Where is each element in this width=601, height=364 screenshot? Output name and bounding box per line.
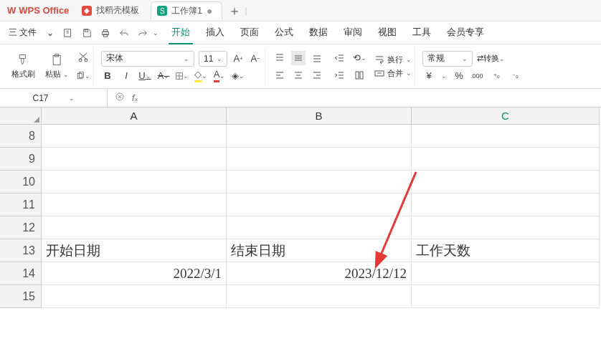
tab-tools[interactable]: 工具	[410, 21, 434, 44]
col-header-c[interactable]: C	[412, 107, 600, 125]
font-size-up-icon[interactable]: A+	[232, 52, 245, 65]
font-size-select[interactable]: 11⌄	[199, 51, 227, 67]
cell[interactable]	[412, 125, 600, 148]
tab-formula[interactable]: 公式	[272, 21, 296, 44]
dec-inc-button[interactable]: ⁺₀	[490, 70, 503, 82]
cell[interactable]: 2022/3/1	[42, 262, 227, 285]
cell[interactable]	[412, 171, 600, 193]
copy-icon[interactable]: ⌄	[76, 69, 90, 83]
row-header[interactable]: 8	[0, 125, 42, 148]
cell[interactable]	[42, 125, 227, 148]
font-size-down-icon[interactable]: A−	[249, 52, 262, 65]
file-menu[interactable]: 三 文件	[4, 24, 41, 42]
thousand-button[interactable]: 000	[471, 70, 484, 82]
cell[interactable]	[42, 285, 227, 308]
cell[interactable]	[227, 285, 412, 308]
wrap-button[interactable]: 换行⌄	[374, 54, 412, 65]
cell[interactable]	[412, 285, 600, 308]
cell[interactable]	[412, 262, 600, 285]
redo-icon[interactable]	[134, 24, 151, 42]
align-middle-icon[interactable]	[291, 51, 306, 65]
tab-view[interactable]: 视图	[375, 21, 399, 44]
row-header[interactable]: 11	[0, 193, 42, 216]
tab-workbook[interactable]: S 工作簿1 ●	[151, 1, 222, 20]
name-box[interactable]: C17 ⌄	[0, 89, 108, 107]
dec-dec-button[interactable]: ⁻₀	[508, 70, 521, 82]
row-header[interactable]: 15	[0, 285, 42, 308]
paste-label: 粘贴 ⌄	[45, 69, 69, 80]
align-bottom-icon[interactable]	[310, 51, 324, 65]
row-header[interactable]: 9	[0, 148, 42, 171]
undo-icon[interactable]	[115, 24, 133, 42]
orientation-icon[interactable]: ⟲⌄	[353, 52, 366, 64]
col-header-a[interactable]: A	[42, 107, 227, 125]
distribute-icon[interactable]	[353, 69, 366, 82]
format-brush-button[interactable]: 格式刷	[9, 52, 38, 81]
cell[interactable]: 开始日期	[42, 239, 227, 262]
strike-button[interactable]: A⌄	[157, 70, 170, 82]
cell[interactable]	[42, 148, 227, 171]
row-header[interactable]: 12	[0, 216, 42, 239]
cell[interactable]	[227, 193, 412, 216]
indent-dec-icon[interactable]	[333, 52, 346, 64]
row-header[interactable]: 10	[0, 171, 42, 193]
cell[interactable]	[227, 148, 412, 171]
align-top-icon[interactable]	[273, 51, 287, 65]
new-tab-button[interactable]: ＋	[228, 2, 241, 19]
fill-color-button[interactable]: ◇⌄	[194, 70, 207, 82]
new-icon[interactable]	[60, 24, 77, 42]
merge-button[interactable]: 合并⌄	[374, 68, 412, 79]
cell[interactable]: 2023/12/12	[227, 262, 412, 285]
cancel-fx-icon[interactable]	[115, 92, 125, 104]
bold-button[interactable]: B	[101, 70, 114, 82]
spreadsheet-icon: S	[157, 6, 167, 16]
cut-icon[interactable]	[76, 50, 90, 64]
app-logo: W WPS Office	[7, 5, 69, 16]
align-left-icon[interactable]	[273, 68, 287, 82]
tab-data[interactable]: 数据	[306, 21, 331, 44]
font-name-select[interactable]: 宋体⌄	[101, 51, 194, 67]
border-button[interactable]: ⌄	[176, 70, 189, 82]
save-icon[interactable]	[78, 24, 95, 42]
qat-more-icon[interactable]: ⌄	[153, 29, 158, 37]
paste-button[interactable]: 粘贴 ⌄	[42, 52, 72, 81]
tab-separator: |	[245, 6, 247, 16]
cell[interactable]	[412, 148, 600, 171]
tab-page[interactable]: 页面	[237, 21, 262, 44]
percent-button[interactable]: %	[453, 70, 465, 82]
convert-button[interactable]: ⇄转换⌄	[477, 53, 505, 64]
align-right-icon[interactable]	[310, 68, 324, 82]
cell[interactable]	[227, 171, 412, 193]
tab-insert[interactable]: 插入	[203, 21, 227, 44]
align-center-icon[interactable]	[291, 68, 306, 82]
cell[interactable]	[227, 216, 412, 239]
cell[interactable]	[412, 193, 600, 216]
cell[interactable]	[42, 216, 227, 239]
cell[interactable]	[227, 125, 412, 148]
italic-button[interactable]: I	[120, 70, 133, 82]
currency-button[interactable]: ¥	[422, 70, 435, 82]
row-header[interactable]: 13	[0, 239, 42, 262]
tab-template[interactable]: ◆ 找稻壳模板	[76, 1, 148, 20]
tab-review[interactable]: 审阅	[341, 21, 365, 44]
col-header-b[interactable]: B	[227, 107, 412, 125]
cell[interactable]	[42, 171, 227, 193]
name-box-caret-icon[interactable]: ⌄	[69, 95, 75, 102]
indent-inc-icon[interactable]	[333, 69, 346, 82]
cell[interactable]: 工作天数	[412, 239, 600, 262]
select-all-corner[interactable]	[0, 107, 42, 125]
tab-modified-dot: ●	[207, 5, 212, 16]
fx-icon[interactable]: fₓ	[132, 93, 138, 103]
tab-member[interactable]: 会员专享	[444, 21, 487, 44]
clear-format-icon[interactable]: ◈⌄	[232, 70, 245, 82]
tab-start[interactable]: 开始	[169, 21, 193, 44]
underline-button[interactable]: U⌄	[138, 70, 151, 82]
cell[interactable]	[412, 216, 600, 239]
cell[interactable]	[42, 193, 227, 216]
file-menu-caret[interactable]: ⌄	[42, 25, 58, 41]
font-color-button[interactable]: A⌄	[213, 70, 226, 82]
row-header[interactable]: 14	[0, 262, 42, 285]
cell[interactable]: 结束日期	[227, 239, 412, 262]
number-format-select[interactable]: 常规⌄	[422, 51, 473, 67]
print-icon[interactable]	[97, 24, 114, 42]
